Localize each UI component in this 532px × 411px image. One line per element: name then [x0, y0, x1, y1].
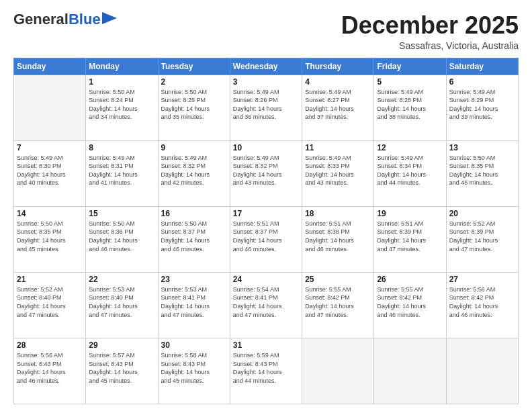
logo-arrow-icon — [102, 12, 117, 24]
day-cell: 15Sunrise: 5:50 AMSunset: 8:36 PMDayligh… — [86, 206, 158, 272]
logo: GeneralBlue — [13, 12, 117, 27]
day-info: Sunrise: 5:50 AMSunset: 8:35 PMDaylight:… — [449, 154, 515, 187]
day-info: Sunrise: 5:56 AMSunset: 8:42 PMDaylight:… — [449, 285, 515, 319]
day-info: Sunrise: 5:52 AMSunset: 8:39 PMDaylight:… — [449, 220, 515, 253]
col-tuesday: Tuesday — [158, 58, 230, 75]
day-info: Sunrise: 5:53 AMSunset: 8:41 PMDaylight:… — [161, 285, 227, 319]
day-number: 17 — [233, 209, 299, 218]
day-info: Sunrise: 5:55 AMSunset: 8:42 PMDaylight:… — [377, 285, 443, 319]
day-cell: 22Sunrise: 5:53 AMSunset: 8:40 PMDayligh… — [86, 272, 158, 338]
day-info: Sunrise: 5:55 AMSunset: 8:42 PMDaylight:… — [305, 285, 371, 319]
day-info: Sunrise: 5:51 AMSunset: 8:39 PMDaylight:… — [377, 220, 443, 253]
day-number: 1 — [89, 77, 154, 87]
day-number: 31 — [233, 340, 299, 350]
calendar-table: Sunday Monday Tuesday Wednesday Thursday… — [13, 58, 519, 404]
day-cell: 2Sunrise: 5:50 AMSunset: 8:25 PMDaylight… — [158, 75, 230, 140]
day-cell: 26Sunrise: 5:55 AMSunset: 8:42 PMDayligh… — [374, 272, 446, 338]
col-sunday: Sunday — [14, 58, 86, 75]
col-saturday: Saturday — [446, 58, 518, 75]
day-number: 5 — [377, 77, 443, 87]
day-number: 20 — [449, 209, 515, 218]
day-number: 12 — [377, 143, 443, 152]
logo-blue: Blue — [69, 11, 101, 28]
day-cell: 1Sunrise: 5:50 AMSunset: 8:24 PMDaylight… — [86, 75, 158, 140]
day-info: Sunrise: 5:51 AMSunset: 8:37 PMDaylight:… — [233, 220, 299, 253]
day-number: 11 — [305, 143, 371, 152]
calendar-title: December 2025 — [341, 12, 519, 39]
day-number: 16 — [161, 209, 227, 218]
day-cell: 4Sunrise: 5:49 AMSunset: 8:27 PMDaylight… — [302, 75, 374, 140]
page: GeneralBlue December 2025 Sassafras, Vic… — [0, 0, 532, 411]
day-info: Sunrise: 5:49 AMSunset: 8:33 PMDaylight:… — [305, 154, 371, 187]
day-number: 26 — [377, 275, 443, 284]
day-number: 22 — [89, 275, 154, 284]
day-info: Sunrise: 5:50 AMSunset: 8:36 PMDaylight:… — [89, 220, 154, 253]
day-info: Sunrise: 5:50 AMSunset: 8:35 PMDaylight:… — [17, 220, 83, 253]
day-number: 10 — [233, 143, 299, 152]
calendar-subtitle: Sassafras, Victoria, Australia — [341, 40, 519, 51]
day-info: Sunrise: 5:53 AMSunset: 8:40 PMDaylight:… — [89, 285, 154, 319]
day-cell: 13Sunrise: 5:50 AMSunset: 8:35 PMDayligh… — [446, 140, 518, 206]
day-cell: 18Sunrise: 5:51 AMSunset: 8:38 PMDayligh… — [302, 206, 374, 272]
day-cell: 27Sunrise: 5:56 AMSunset: 8:42 PMDayligh… — [446, 272, 518, 338]
day-cell: 21Sunrise: 5:52 AMSunset: 8:40 PMDayligh… — [14, 272, 86, 338]
day-info: Sunrise: 5:51 AMSunset: 8:38 PMDaylight:… — [305, 220, 371, 253]
day-number: 19 — [377, 209, 443, 218]
day-info: Sunrise: 5:49 AMSunset: 8:30 PMDaylight:… — [17, 154, 83, 187]
day-cell: 28Sunrise: 5:56 AMSunset: 8:43 PMDayligh… — [14, 338, 86, 404]
day-cell: 11Sunrise: 5:49 AMSunset: 8:33 PMDayligh… — [302, 140, 374, 206]
day-number: 4 — [305, 77, 371, 87]
day-cell: 3Sunrise: 5:49 AMSunset: 8:26 PMDaylight… — [230, 75, 302, 140]
day-info: Sunrise: 5:49 AMSunset: 8:32 PMDaylight:… — [233, 154, 299, 187]
day-cell: 14Sunrise: 5:50 AMSunset: 8:35 PMDayligh… — [14, 206, 86, 272]
day-cell: 9Sunrise: 5:49 AMSunset: 8:32 PMDaylight… — [158, 140, 230, 206]
day-number: 29 — [89, 340, 154, 350]
day-number: 25 — [305, 275, 371, 284]
day-info: Sunrise: 5:49 AMSunset: 8:32 PMDaylight:… — [161, 154, 227, 187]
day-number: 6 — [449, 77, 515, 87]
day-info: Sunrise: 5:49 AMSunset: 8:29 PMDaylight:… — [449, 88, 515, 122]
day-number: 18 — [305, 209, 371, 218]
day-number: 28 — [17, 340, 83, 350]
day-number: 23 — [161, 275, 227, 284]
day-cell: 10Sunrise: 5:49 AMSunset: 8:32 PMDayligh… — [230, 140, 302, 206]
header: GeneralBlue December 2025 Sassafras, Vic… — [13, 12, 519, 51]
day-cell: 16Sunrise: 5:50 AMSunset: 8:37 PMDayligh… — [158, 206, 230, 272]
day-info: Sunrise: 5:49 AMSunset: 8:27 PMDaylight:… — [305, 88, 371, 122]
svg-marker-0 — [102, 12, 117, 24]
day-cell: 24Sunrise: 5:54 AMSunset: 8:41 PMDayligh… — [230, 272, 302, 338]
day-cell: 7Sunrise: 5:49 AMSunset: 8:30 PMDaylight… — [14, 140, 86, 206]
day-cell: 12Sunrise: 5:49 AMSunset: 8:34 PMDayligh… — [374, 140, 446, 206]
day-number: 13 — [449, 143, 515, 152]
day-info: Sunrise: 5:50 AMSunset: 8:25 PMDaylight:… — [161, 88, 227, 122]
day-number: 21 — [17, 275, 83, 284]
col-friday: Friday — [374, 58, 446, 75]
title-block: December 2025 Sassafras, Victoria, Austr… — [341, 12, 519, 51]
day-info: Sunrise: 5:49 AMSunset: 8:34 PMDaylight:… — [377, 154, 443, 187]
day-cell — [14, 75, 86, 140]
day-cell: 31Sunrise: 5:59 AMSunset: 8:43 PMDayligh… — [230, 338, 302, 404]
day-info: Sunrise: 5:59 AMSunset: 8:43 PMDaylight:… — [233, 351, 299, 385]
day-info: Sunrise: 5:49 AMSunset: 8:31 PMDaylight:… — [89, 154, 154, 187]
day-number: 14 — [17, 209, 83, 218]
day-number: 30 — [161, 340, 227, 350]
col-thursday: Thursday — [302, 58, 374, 75]
day-number: 15 — [89, 209, 154, 218]
logo-general: General — [13, 11, 69, 28]
day-cell — [446, 338, 518, 404]
day-info: Sunrise: 5:58 AMSunset: 8:43 PMDaylight:… — [161, 351, 227, 385]
day-cell — [302, 338, 374, 404]
col-monday: Monday — [86, 58, 158, 75]
day-cell: 30Sunrise: 5:58 AMSunset: 8:43 PMDayligh… — [158, 338, 230, 404]
day-cell: 6Sunrise: 5:49 AMSunset: 8:29 PMDaylight… — [446, 75, 518, 140]
week-row-5: 28Sunrise: 5:56 AMSunset: 8:43 PMDayligh… — [14, 338, 519, 404]
calendar-header: Sunday Monday Tuesday Wednesday Thursday… — [14, 58, 519, 75]
day-cell: 17Sunrise: 5:51 AMSunset: 8:37 PMDayligh… — [230, 206, 302, 272]
day-info: Sunrise: 5:57 AMSunset: 8:43 PMDaylight:… — [89, 351, 154, 385]
day-cell — [374, 338, 446, 404]
week-row-2: 7Sunrise: 5:49 AMSunset: 8:30 PMDaylight… — [14, 140, 519, 206]
week-row-3: 14Sunrise: 5:50 AMSunset: 8:35 PMDayligh… — [14, 206, 519, 272]
day-cell: 5Sunrise: 5:49 AMSunset: 8:28 PMDaylight… — [374, 75, 446, 140]
day-number: 3 — [233, 77, 299, 87]
logo-text: GeneralBlue — [13, 12, 101, 27]
